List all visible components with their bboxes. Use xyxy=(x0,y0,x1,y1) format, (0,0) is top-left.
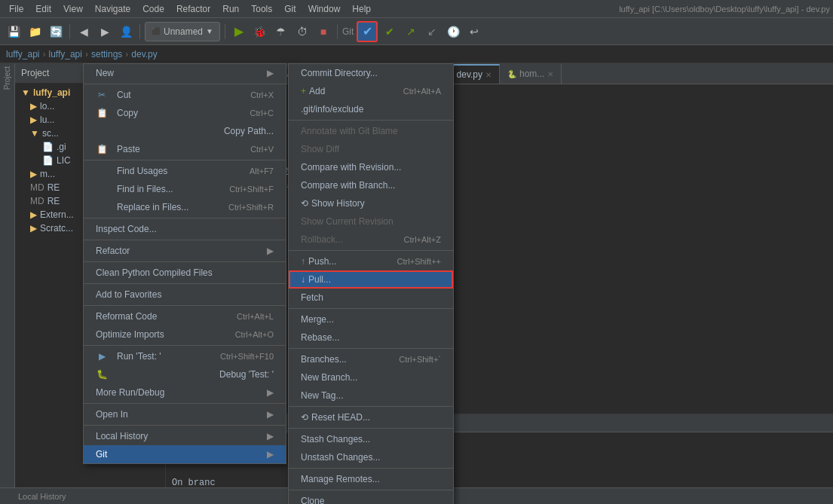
git-show-current-revision: Show Current Revision xyxy=(289,212,453,231)
ctx-new[interactable]: New ▶ xyxy=(84,64,286,82)
ctx-sep10 xyxy=(84,425,286,426)
git-sep1 xyxy=(289,120,453,121)
status-branch: Local History xyxy=(18,492,66,501)
ctx-optimize-imports[interactable]: Optimize Imports Ctrl+Alt+O xyxy=(84,325,286,344)
git-sep8 xyxy=(289,490,453,490)
ctx-copy[interactable]: 📋 Copy Ctrl+C xyxy=(84,104,286,122)
git-compare-revision[interactable]: Compare with Revision... xyxy=(289,158,453,176)
ctx-git[interactable]: Git ▶ xyxy=(84,445,286,463)
git-submenu: Commit Directory... +Add Ctrl+Alt+A .git… xyxy=(288,63,454,504)
git-annotate: Annotate with Git Blame xyxy=(289,122,453,140)
cut-icon: ✂ xyxy=(96,90,108,100)
run-icon: ▶ xyxy=(96,351,108,362)
ctx-replace-files[interactable]: Replace in Files... Ctrl+Shift+R xyxy=(84,198,286,216)
git-commit-dir[interactable]: Commit Directory... xyxy=(289,64,453,82)
git-sep5 xyxy=(289,406,453,407)
git-fetch[interactable]: Fetch xyxy=(289,289,453,307)
push-icon: ↑ xyxy=(301,256,305,267)
git-sep2 xyxy=(289,250,453,251)
git-new-branch[interactable]: New Branch... xyxy=(289,368,453,386)
ctx-run[interactable]: ▶ Run 'Test: ' Ctrl+Shift+F10 xyxy=(84,347,286,365)
ctx-open-in[interactable]: Open In ▶ xyxy=(84,405,286,423)
ctx-copy-path[interactable]: Copy Path... xyxy=(84,122,286,140)
git-sep4 xyxy=(289,348,453,349)
git-push[interactable]: ↑Push... Ctrl+Shift++ xyxy=(289,252,453,270)
ctx-sep6 xyxy=(84,283,286,284)
ctx-sep9 xyxy=(84,403,286,404)
paste-icon: 📋 xyxy=(96,144,108,154)
git-show-history[interactable]: ⟲Show History xyxy=(289,194,453,212)
git-submenu-arrow: ▶ xyxy=(267,449,274,460)
git-sep6 xyxy=(289,428,453,429)
ctx-clean-compiled[interactable]: Clean Python Compiled Files xyxy=(84,264,286,282)
ctx-cut[interactable]: ✂ Cut Ctrl+X xyxy=(84,86,286,104)
git-unstash[interactable]: Unstash Changes... xyxy=(289,448,453,466)
local-history-arrow: ▶ xyxy=(267,431,274,441)
ctx-refactor[interactable]: Refactor ▶ xyxy=(84,242,286,260)
more-run-arrow: ▶ xyxy=(267,387,274,398)
ctx-sep3 xyxy=(84,218,286,218)
ctx-sep5 xyxy=(84,261,286,262)
edit-context-menu: New ▶ ✂ Cut Ctrl+X 📋 Copy Ctrl+C Copy Pa… xyxy=(83,63,286,464)
add-icon: + xyxy=(301,86,306,96)
ctx-sep7 xyxy=(84,305,286,306)
debug-icon: 🐛 xyxy=(96,369,108,380)
git-reset-head[interactable]: ⟲Reset HEAD... xyxy=(289,408,453,426)
ctx-debug[interactable]: 🐛 Debug 'Test: ' xyxy=(84,365,286,383)
ctx-reformat[interactable]: Reformat Code Ctrl+Alt+L xyxy=(84,307,286,325)
ctx-sep2 xyxy=(84,160,286,160)
open-in-arrow: ▶ xyxy=(267,409,274,420)
reset-icon: ⟲ xyxy=(301,412,308,423)
git-new-tag[interactable]: New Tag... xyxy=(289,386,453,405)
ctx-find-files[interactable]: Find in Files... Ctrl+Shift+F xyxy=(84,180,286,198)
ctx-find-usages[interactable]: Find Usages Alt+F7 xyxy=(84,162,286,180)
ctx-sep1 xyxy=(84,84,286,84)
git-show-diff: Show Diff xyxy=(289,140,453,158)
git-stash[interactable]: Stash Changes... xyxy=(289,430,453,448)
ctx-more-run[interactable]: More Run/Debug ▶ xyxy=(84,383,286,402)
copy-icon: 📋 xyxy=(96,108,108,118)
git-merge[interactable]: Merge... xyxy=(289,310,453,328)
git-exclude[interactable]: .git/info/exclude xyxy=(289,100,453,118)
git-pull[interactable]: ↓Pull... xyxy=(289,270,453,289)
history-icon: ⟲ xyxy=(301,198,308,209)
git-manage-remotes[interactable]: Manage Remotes... xyxy=(289,470,453,488)
ctx-add-favorites[interactable]: Add to Favorites xyxy=(84,286,286,304)
git-branches[interactable]: Branches... Ctrl+Shift+` xyxy=(289,350,453,368)
ctx-inspect[interactable]: Inspect Code... xyxy=(84,220,286,238)
context-menu-overlay: New ▶ ✂ Cut Ctrl+X 📋 Copy Ctrl+C Copy Pa… xyxy=(0,0,833,504)
git-sep7 xyxy=(289,468,453,469)
refactor-arrow: ▶ xyxy=(267,246,274,256)
ctx-sep4 xyxy=(84,240,286,240)
git-rebase[interactable]: Rebase... xyxy=(289,328,453,347)
ctx-new-arrow: ▶ xyxy=(267,68,274,78)
git-clone[interactable]: Clone xyxy=(289,492,453,504)
git-compare-branch[interactable]: Compare with Branch... xyxy=(289,176,453,194)
pull-icon: ↓ xyxy=(301,274,305,285)
git-add[interactable]: +Add Ctrl+Alt+A xyxy=(289,82,453,100)
ctx-sep8 xyxy=(84,345,286,346)
ctx-paste[interactable]: 📋 Paste Ctrl+V xyxy=(84,140,286,158)
ctx-local-history[interactable]: Local History ▶ xyxy=(84,427,286,445)
git-sep3 xyxy=(289,308,453,309)
git-rollback: Rollback... Ctrl+Alt+Z xyxy=(289,231,453,249)
